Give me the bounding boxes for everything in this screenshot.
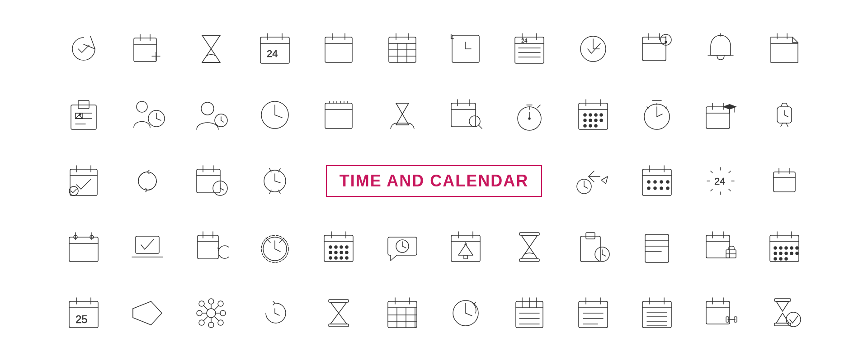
calendar-more-lines-icon-cell: [627, 282, 686, 344]
stopwatch-icon-cell: [500, 84, 559, 146]
svg-text:24: 24: [267, 48, 278, 59]
calendar-check-icon-cell: [54, 150, 113, 212]
hourglass-hand-icon: [384, 97, 420, 133]
svg-point-46: [665, 41, 667, 43]
svg-point-103: [600, 119, 603, 122]
calendar-briefcase-icon-cell: [691, 216, 750, 278]
calendar-pin-icon: [639, 31, 675, 67]
clipboard-image-icon-cell: [54, 84, 113, 146]
svg-point-157: [654, 181, 656, 183]
svg-point-243: [779, 247, 782, 249]
svg-point-249: [785, 252, 788, 255]
svg-line-171: [711, 189, 712, 191]
svg-point-90: [528, 118, 530, 119]
calendar-24-icon: 24: [257, 31, 293, 67]
hourglass3-icon-cell: [309, 282, 368, 344]
hourglass2-icon-cell: [500, 216, 559, 278]
calendar-grad-icon: [703, 97, 739, 133]
svg-line-279: [275, 313, 279, 315]
svg-rect-183: [136, 236, 159, 253]
svg-rect-173: [774, 172, 795, 192]
clipboard-image-icon: [66, 97, 102, 133]
svg-point-134: [69, 186, 78, 195]
calendar-clock-icon: [193, 163, 229, 199]
svg-point-159: [666, 181, 669, 183]
svg-line-124: [786, 103, 788, 107]
calendar-spiral-icon-cell: [500, 282, 559, 344]
svg-line-168: [711, 171, 712, 173]
svg-point-100: [584, 119, 586, 122]
calendar-dumbbell-icon: [703, 295, 739, 331]
calendar-grid-icon-cell: [373, 18, 432, 80]
back-arrow-clock-icon-cell: [564, 150, 623, 212]
calendar-month-icon: [575, 97, 611, 133]
radial-24-icon: 24: [703, 163, 739, 199]
svg-point-208: [335, 257, 337, 259]
svg-point-244: [785, 247, 788, 249]
svg-rect-135: [197, 169, 220, 193]
svg-point-263: [208, 322, 214, 328]
title-cell: TIME AND CALENDAR: [309, 150, 559, 212]
svg-line-170: [729, 171, 731, 173]
laptop-check-icon: [129, 229, 165, 265]
calendar-24b-icon-cell: 24: [500, 18, 559, 80]
svg-rect-185: [198, 235, 218, 259]
svg-point-251: [796, 252, 798, 255]
alarm-clock-icon: [257, 229, 293, 265]
calendar-clock-icon-cell: [182, 150, 241, 212]
calendar-strip-icon-cell: [309, 84, 368, 146]
calendar-25-icon: 25: [66, 295, 102, 331]
notepad-icon-cell: [627, 216, 686, 278]
calendar-dots-icon: [321, 229, 357, 265]
svg-point-104: [584, 124, 586, 127]
calendar-corner-icon-cell: [755, 18, 814, 80]
svg-line-148: [275, 181, 280, 183]
svg-point-210: [345, 257, 348, 259]
hourglass-hand-icon-cell: [373, 84, 432, 146]
svg-text:24: 24: [714, 176, 725, 187]
hourglass-check-icon: [766, 295, 802, 331]
svg-line-69: [275, 115, 282, 118]
calendar-blank-icon: [321, 31, 357, 67]
calendar-xmas-icon-cell: [436, 216, 495, 278]
label-icon: [129, 295, 165, 331]
calendar-grid-icon: [384, 31, 420, 67]
svg-point-161: [654, 187, 656, 190]
clock-refresh-icon: [448, 295, 484, 331]
calendar-spiral-icon: [511, 295, 547, 331]
hourglass2-icon: [511, 229, 547, 265]
calendar-strip-icon: [321, 97, 357, 133]
svg-rect-0: [134, 38, 156, 62]
svg-line-213: [402, 246, 406, 248]
laptop-check-icon-cell: [118, 216, 177, 278]
calendar-refresh-icon: [193, 229, 229, 265]
svg-line-126: [781, 123, 783, 127]
icon-grid: 24 L: [27, 9, 841, 353]
hourglass-icon-cell: [182, 18, 241, 80]
calendar-list-icon-cell: [627, 150, 686, 212]
svg-point-63: [201, 102, 214, 115]
svg-point-199: [329, 246, 332, 248]
network-icon: [193, 295, 229, 331]
svg-point-253: [779, 257, 782, 260]
svg-rect-224: [586, 233, 595, 239]
stopwatch-icon: [511, 97, 547, 133]
svg-point-102: [594, 119, 597, 122]
svg-point-242: [774, 247, 777, 249]
chat-clock-icon-cell: [373, 216, 432, 278]
svg-point-98: [594, 114, 597, 116]
title-box: TIME AND CALENDAR: [326, 165, 542, 197]
refresh-time-icon: [257, 295, 293, 331]
svg-point-160: [647, 187, 650, 190]
svg-rect-177: [69, 237, 98, 262]
timer-icon: [639, 97, 675, 133]
smartwatch-icon: [766, 97, 802, 133]
person-time-icon-cell: [118, 84, 177, 146]
svg-rect-282: [388, 301, 417, 328]
calendar-xmas-icon: [448, 229, 484, 265]
svg-line-191: [275, 249, 280, 252]
alarm-clock-icon-cell: [245, 216, 304, 278]
clipboard-time-icon-cell: [564, 216, 623, 278]
svg-point-99: [600, 114, 603, 116]
clock-circle-icon-cell: [245, 84, 304, 146]
